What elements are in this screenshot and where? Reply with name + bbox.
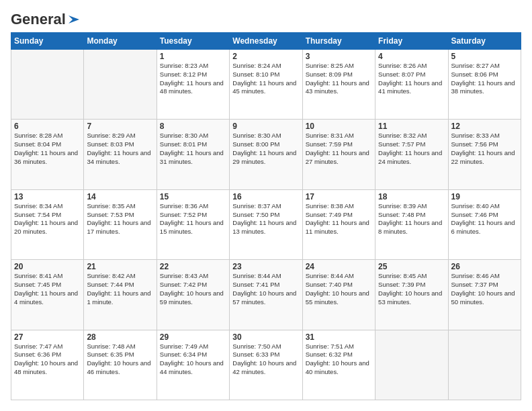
day-info: Sunrise: 8:44 AM Sunset: 7:41 PM Dayligh…: [232, 272, 299, 306]
day-number: 11: [378, 122, 445, 131]
calendar-cell: 25Sunrise: 8:45 AM Sunset: 7:39 PM Dayli…: [375, 260, 448, 330]
day-number: 31: [306, 332, 372, 342]
calendar-cell: 15Sunrise: 8:36 AM Sunset: 7:52 PM Dayli…: [157, 189, 229, 259]
week-row-1: 1Sunrise: 8:23 AM Sunset: 8:12 PM Daylig…: [11, 50, 521, 120]
day-info: Sunrise: 8:30 AM Sunset: 8:00 PM Dayligh…: [232, 132, 299, 166]
calendar-cell: 17Sunrise: 8:38 AM Sunset: 7:49 PM Dayli…: [302, 189, 375, 259]
calendar-cell: 10Sunrise: 8:31 AM Sunset: 7:59 PM Dayli…: [302, 120, 375, 189]
day-number: 17: [306, 192, 372, 201]
calendar-cell: 5Sunrise: 8:27 AM Sunset: 8:06 PM Daylig…: [448, 50, 521, 120]
day-number: 14: [87, 192, 153, 201]
day-number: 1: [160, 52, 226, 61]
calendar-cell: 23Sunrise: 8:44 AM Sunset: 7:41 PM Dayli…: [230, 260, 302, 330]
day-info: Sunrise: 8:34 AM Sunset: 7:54 PM Dayligh…: [14, 202, 81, 236]
day-info: Sunrise: 8:41 AM Sunset: 7:45 PM Dayligh…: [14, 272, 81, 306]
calendar-cell: 16Sunrise: 8:37 AM Sunset: 7:50 PM Dayli…: [230, 189, 302, 259]
weekday-header-wednesday: Wednesday: [230, 33, 302, 50]
calendar-cell: 22Sunrise: 8:43 AM Sunset: 7:42 PM Dayli…: [157, 260, 229, 330]
day-number: 30: [232, 332, 299, 342]
calendar-cell: [375, 330, 448, 400]
calendar-cell: 8Sunrise: 8:30 AM Sunset: 8:01 PM Daylig…: [157, 120, 229, 189]
week-row-2: 6Sunrise: 8:28 AM Sunset: 8:04 PM Daylig…: [11, 120, 521, 189]
calendar-cell: 13Sunrise: 8:34 AM Sunset: 7:54 PM Dayli…: [11, 189, 84, 259]
weekday-header-tuesday: Tuesday: [157, 33, 229, 50]
day-info: Sunrise: 7:50 AM Sunset: 6:33 PM Dayligh…: [232, 342, 299, 377]
page: General SundayMondayTuesdayWednesdayThur…: [0, 0, 532, 411]
weekday-header-friday: Friday: [375, 33, 448, 50]
calendar-cell: 30Sunrise: 7:50 AM Sunset: 6:33 PM Dayli…: [230, 330, 302, 400]
calendar-cell: 24Sunrise: 8:44 AM Sunset: 7:40 PM Dayli…: [302, 260, 375, 330]
day-info: Sunrise: 8:31 AM Sunset: 7:59 PM Dayligh…: [306, 132, 372, 166]
day-number: 27: [14, 332, 81, 342]
day-number: 6: [14, 122, 81, 131]
day-info: Sunrise: 8:36 AM Sunset: 7:52 PM Dayligh…: [160, 202, 226, 236]
day-number: 28: [87, 332, 153, 342]
day-number: 8: [160, 122, 226, 131]
calendar-cell: 4Sunrise: 8:26 AM Sunset: 8:07 PM Daylig…: [375, 50, 448, 120]
weekday-header-saturday: Saturday: [448, 33, 521, 50]
day-info: Sunrise: 8:45 AM Sunset: 7:39 PM Dayligh…: [378, 272, 445, 306]
day-info: Sunrise: 8:44 AM Sunset: 7:40 PM Dayligh…: [306, 272, 372, 306]
day-info: Sunrise: 8:40 AM Sunset: 7:46 PM Dayligh…: [451, 202, 518, 236]
week-row-4: 20Sunrise: 8:41 AM Sunset: 7:45 PM Dayli…: [11, 260, 521, 330]
day-info: Sunrise: 8:28 AM Sunset: 8:04 PM Dayligh…: [14, 132, 81, 166]
day-info: Sunrise: 8:37 AM Sunset: 7:50 PM Dayligh…: [232, 202, 299, 236]
day-number: 7: [87, 122, 153, 131]
day-number: 25: [378, 262, 445, 271]
calendar-cell: 11Sunrise: 8:32 AM Sunset: 7:57 PM Dayli…: [375, 120, 448, 189]
calendar-table: SundayMondayTuesdayWednesdayThursdayFrid…: [11, 32, 521, 400]
calendar-cell: 29Sunrise: 7:49 AM Sunset: 6:34 PM Dayli…: [157, 330, 229, 400]
header: General: [11, 11, 521, 26]
calendar-cell: 14Sunrise: 8:35 AM Sunset: 7:53 PM Dayli…: [84, 189, 157, 259]
calendar-cell: 31Sunrise: 7:51 AM Sunset: 6:32 PM Dayli…: [302, 330, 375, 400]
day-info: Sunrise: 8:42 AM Sunset: 7:44 PM Dayligh…: [87, 272, 153, 306]
calendar-cell: 21Sunrise: 8:42 AM Sunset: 7:44 PM Dayli…: [84, 260, 157, 330]
week-row-5: 27Sunrise: 7:47 AM Sunset: 6:36 PM Dayli…: [11, 330, 521, 400]
calendar-cell: [448, 330, 521, 400]
day-number: 16: [232, 192, 299, 201]
day-number: 24: [306, 262, 372, 271]
day-number: 5: [451, 52, 518, 61]
day-info: Sunrise: 8:29 AM Sunset: 8:03 PM Dayligh…: [87, 132, 153, 166]
calendar-cell: 26Sunrise: 8:46 AM Sunset: 7:37 PM Dayli…: [448, 260, 521, 330]
calendar-cell: [11, 50, 84, 120]
day-info: Sunrise: 8:24 AM Sunset: 8:10 PM Dayligh…: [232, 62, 299, 96]
day-info: Sunrise: 8:39 AM Sunset: 7:48 PM Dayligh…: [378, 202, 445, 236]
week-row-3: 13Sunrise: 8:34 AM Sunset: 7:54 PM Dayli…: [11, 189, 521, 259]
day-info: Sunrise: 7:47 AM Sunset: 6:36 PM Dayligh…: [14, 342, 81, 377]
day-number: 12: [451, 122, 518, 131]
weekday-header-row: SundayMondayTuesdayWednesdayThursdayFrid…: [11, 33, 521, 50]
calendar-cell: 12Sunrise: 8:33 AM Sunset: 7:56 PM Dayli…: [448, 120, 521, 189]
calendar-cell: 2Sunrise: 8:24 AM Sunset: 8:10 PM Daylig…: [230, 50, 302, 120]
day-info: Sunrise: 8:43 AM Sunset: 7:42 PM Dayligh…: [160, 272, 226, 306]
day-number: 23: [232, 262, 299, 271]
day-info: Sunrise: 8:25 AM Sunset: 8:09 PM Dayligh…: [306, 62, 372, 96]
day-number: 13: [14, 192, 81, 201]
day-number: 26: [451, 262, 518, 271]
day-number: 4: [378, 52, 445, 61]
calendar-cell: 20Sunrise: 8:41 AM Sunset: 7:45 PM Dayli…: [11, 260, 84, 330]
calendar-cell: 18Sunrise: 8:39 AM Sunset: 7:48 PM Dayli…: [375, 189, 448, 259]
day-info: Sunrise: 7:48 AM Sunset: 6:35 PM Dayligh…: [87, 342, 153, 377]
day-info: Sunrise: 8:35 AM Sunset: 7:53 PM Dayligh…: [87, 202, 153, 236]
calendar-cell: 6Sunrise: 8:28 AM Sunset: 8:04 PM Daylig…: [11, 120, 84, 189]
logo-general: General: [11, 11, 66, 28]
day-number: 3: [306, 52, 372, 61]
day-info: Sunrise: 8:46 AM Sunset: 7:37 PM Dayligh…: [451, 272, 518, 306]
calendar-cell: 19Sunrise: 8:40 AM Sunset: 7:46 PM Dayli…: [448, 189, 521, 259]
weekday-header-monday: Monday: [84, 33, 157, 50]
calendar-cell: 7Sunrise: 8:29 AM Sunset: 8:03 PM Daylig…: [84, 120, 157, 189]
day-number: 10: [306, 122, 372, 131]
day-info: Sunrise: 7:51 AM Sunset: 6:32 PM Dayligh…: [306, 342, 372, 377]
day-number: 15: [160, 192, 226, 201]
day-info: Sunrise: 8:30 AM Sunset: 8:01 PM Dayligh…: [160, 132, 226, 166]
day-number: 18: [378, 192, 445, 201]
weekday-header-thursday: Thursday: [302, 33, 375, 50]
calendar-cell: [84, 50, 157, 120]
calendar-cell: 27Sunrise: 7:47 AM Sunset: 6:36 PM Dayli…: [11, 330, 84, 400]
logo: General: [11, 11, 81, 26]
day-info: Sunrise: 8:26 AM Sunset: 8:07 PM Dayligh…: [378, 62, 445, 96]
day-info: Sunrise: 8:32 AM Sunset: 7:57 PM Dayligh…: [378, 132, 445, 166]
svg-marker-0: [69, 15, 79, 24]
day-info: Sunrise: 7:49 AM Sunset: 6:34 PM Dayligh…: [160, 342, 226, 377]
